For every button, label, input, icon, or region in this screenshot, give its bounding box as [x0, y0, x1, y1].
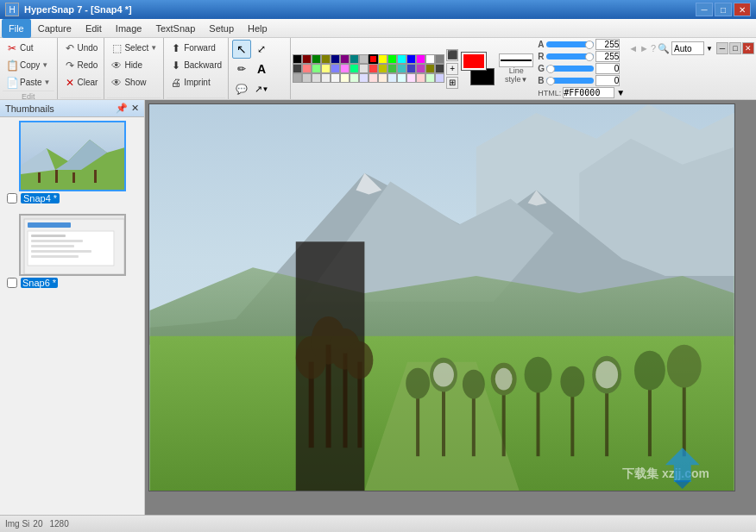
- minimize-button[interactable]: ─: [696, 3, 713, 16]
- color-gradient-btn[interactable]: ⬛: [446, 49, 458, 61]
- red-value[interactable]: [595, 51, 620, 62]
- clear-button[interactable]: ✕ Clear: [60, 74, 102, 91]
- auto-dropdown[interactable]: ▼: [706, 45, 713, 53]
- color-cell[interactable]: [378, 73, 387, 83]
- color-cell[interactable]: [387, 64, 397, 73]
- color-cell[interactable]: [387, 54, 397, 64]
- color-cell[interactable]: [321, 73, 331, 83]
- hide-button[interactable]: 👁 Hide: [107, 57, 161, 73]
- html-color-input[interactable]: [563, 87, 614, 98]
- auto-input[interactable]: [671, 41, 704, 55]
- color-cell[interactable]: [321, 64, 331, 73]
- color-cell[interactable]: [331, 73, 340, 83]
- menu-item-file[interactable]: File: [2, 19, 31, 38]
- close-button[interactable]: ✕: [734, 3, 751, 16]
- restore-btn[interactable]: ─: [716, 42, 728, 54]
- color-cell[interactable]: [340, 54, 350, 64]
- foreground-color-box[interactable]: [462, 53, 486, 70]
- pin-icon[interactable]: 📌: [116, 103, 128, 114]
- color-cell[interactable]: [378, 64, 387, 73]
- menu-item-setup[interactable]: Setup: [202, 19, 241, 38]
- color-cell[interactable]: [397, 54, 406, 64]
- color-cell-red-selected[interactable]: [369, 54, 378, 64]
- blue-slider[interactable]: [546, 78, 594, 84]
- text-tool[interactable]: A: [252, 59, 271, 78]
- green-value[interactable]: [595, 63, 620, 74]
- color-cell[interactable]: [331, 54, 340, 64]
- color-cell[interactable]: [293, 54, 302, 64]
- color-cell[interactable]: [350, 64, 359, 73]
- color-cell[interactable]: [406, 54, 416, 64]
- color-cell[interactable]: [350, 54, 359, 64]
- color-cell[interactable]: [312, 73, 321, 83]
- thumbnail-snap6[interactable]: Snap6 *: [0, 210, 144, 291]
- main-canvas[interactable]: 下载集 xzjj.com: [148, 103, 735, 491]
- menu-item-help[interactable]: Help: [241, 19, 274, 38]
- blue-value[interactable]: [595, 75, 620, 86]
- line-style-selector[interactable]: Linestyle▼: [499, 53, 533, 84]
- search-icon[interactable]: 🔍: [658, 43, 670, 54]
- menu-item-image[interactable]: Image: [109, 19, 149, 38]
- color-cell[interactable]: [302, 64, 312, 73]
- color-cell[interactable]: [369, 64, 378, 73]
- maximize-btn-2[interactable]: □: [729, 42, 741, 54]
- select-dropdown[interactable]: ▼: [150, 44, 157, 52]
- copy-button[interactable]: 📋 Copy ▼: [3, 57, 54, 73]
- color-cell[interactable]: [416, 73, 425, 83]
- backward-button[interactable]: ⬇ Backward: [167, 57, 225, 73]
- color-cell[interactable]: [331, 64, 340, 73]
- nav-left-btn[interactable]: ◄: [628, 43, 638, 53]
- nav-right-btn[interactable]: ►: [639, 43, 649, 53]
- color-cell[interactable]: [406, 64, 416, 73]
- color-cell[interactable]: [435, 73, 444, 83]
- html-dropdown-arrow[interactable]: ▼: [616, 88, 625, 97]
- close-btn-2[interactable]: ✕: [742, 42, 754, 54]
- color-cell[interactable]: [397, 73, 406, 83]
- cut-button[interactable]: ✂ Cut: [3, 40, 54, 56]
- alpha-value[interactable]: 255: [595, 39, 620, 50]
- menu-item-capture[interactable]: Capture: [31, 19, 79, 38]
- color-cell[interactable]: [387, 73, 397, 83]
- color-cell[interactable]: [397, 64, 406, 73]
- color-cell[interactable]: [359, 73, 369, 83]
- color-cell[interactable]: [435, 54, 444, 64]
- color-cell[interactable]: [416, 54, 425, 64]
- redo-button[interactable]: ↷ Redo: [60, 57, 102, 73]
- lasso-tool[interactable]: ⤢: [252, 40, 271, 59]
- maximize-button[interactable]: □: [715, 3, 732, 16]
- pointer-tool[interactable]: ↖: [232, 40, 251, 59]
- color-cell[interactable]: [312, 54, 321, 64]
- help-icon[interactable]: ?: [651, 43, 656, 53]
- copy-dropdown-arrow[interactable]: ▼: [41, 61, 48, 69]
- line-tool-dropdown[interactable]: ↗▼: [252, 79, 271, 98]
- color-cell[interactable]: [425, 73, 435, 83]
- alpha-slider[interactable]: [546, 41, 594, 47]
- menu-item-edit[interactable]: Edit: [79, 19, 109, 38]
- pencil-tool[interactable]: ✏: [232, 59, 251, 78]
- undo-button[interactable]: ↶ Undo: [60, 40, 102, 56]
- select-button[interactable]: ⬚ Select ▼: [107, 40, 161, 56]
- snap4-checkbox[interactable]: [7, 193, 17, 203]
- color-cell[interactable]: [312, 64, 321, 73]
- canvas-area[interactable]: 下载集 xzjj.com: [145, 100, 756, 515]
- color-cell[interactable]: [293, 73, 302, 83]
- color-cell[interactable]: [435, 64, 444, 73]
- snap6-checkbox[interactable]: [7, 278, 17, 288]
- color-cell[interactable]: [293, 64, 302, 73]
- color-cell[interactable]: [350, 73, 359, 83]
- close-thumbnails-btn[interactable]: ✕: [131, 103, 139, 114]
- background-color-box[interactable]: [470, 68, 495, 85]
- color-cell[interactable]: [321, 54, 331, 64]
- color-cell[interactable]: [359, 64, 369, 73]
- color-cell[interactable]: [302, 73, 312, 83]
- green-slider[interactable]: [546, 66, 594, 72]
- color-cell[interactable]: [406, 73, 416, 83]
- color-cell[interactable]: [340, 73, 350, 83]
- color-cell[interactable]: [340, 64, 350, 73]
- color-picker-btn[interactable]: ⊞: [446, 77, 458, 89]
- forward-button[interactable]: ⬆ Forward: [167, 40, 225, 56]
- color-cell[interactable]: [416, 64, 425, 73]
- thumbnail-snap4[interactable]: Snap4 *: [0, 117, 144, 207]
- paste-button[interactable]: 📄 Paste ▼: [3, 74, 54, 91]
- color-cell[interactable]: [369, 73, 378, 83]
